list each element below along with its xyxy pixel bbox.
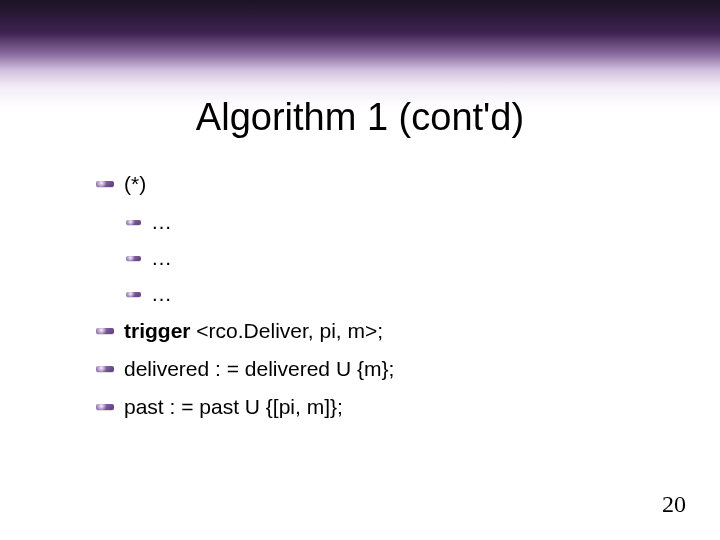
page-number: 20	[662, 491, 686, 518]
keyword-trigger: trigger	[124, 319, 191, 342]
bullet-icon	[126, 220, 141, 225]
list-item: trigger <rco.Deliver, pi, m>;	[96, 319, 660, 343]
list-item: (*)	[96, 172, 660, 196]
list-item: …	[126, 282, 660, 306]
list-text: …	[151, 210, 172, 234]
bullet-icon	[96, 328, 114, 334]
bullet-icon	[96, 181, 114, 187]
list-item: …	[126, 210, 660, 234]
list-text: past : = past U {[pi, m]};	[124, 395, 343, 419]
slide-title: Algorithm 1 (cont'd)	[0, 96, 720, 139]
bullet-icon	[96, 404, 114, 410]
slide: Algorithm 1 (cont'd) (*) … … … trigger <…	[0, 0, 720, 540]
list-item: …	[126, 246, 660, 270]
list-item: delivered : = delivered U {m};	[96, 357, 660, 381]
bullet-icon	[126, 292, 141, 297]
list-item: past : = past U {[pi, m]};	[96, 395, 660, 419]
list-text: …	[151, 282, 172, 306]
list-text: trigger <rco.Deliver, pi, m>;	[124, 319, 383, 343]
list-text: (*)	[124, 172, 146, 196]
list-text: …	[151, 246, 172, 270]
slide-body: (*) … … … trigger <rco.Deliver, pi, m>; …	[96, 172, 660, 433]
bullet-icon	[96, 366, 114, 372]
list-text: delivered : = delivered U {m};	[124, 357, 394, 381]
bullet-icon	[126, 256, 141, 261]
list-text-rest: <rco.Deliver, pi, m>;	[191, 319, 384, 342]
